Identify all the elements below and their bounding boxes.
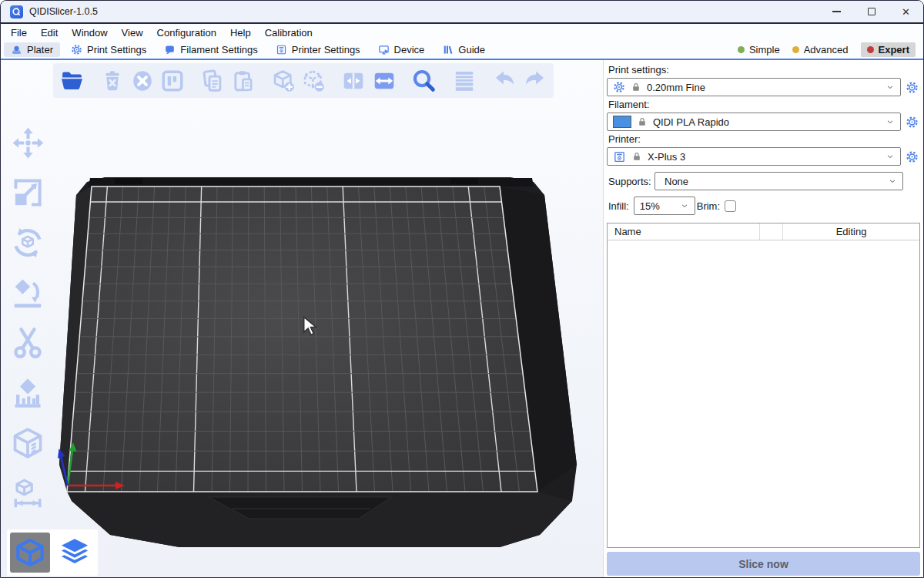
filament-color-swatch [613,116,631,128]
menu-window[interactable]: Window [65,24,114,41]
tab-filament-settings[interactable]: Filament Settings [157,42,264,57]
copy-button[interactable] [199,66,226,96]
tab-print-settings[interactable]: Print Settings [64,42,153,57]
edit-filament-button[interactable] [903,116,920,129]
remove-instance-icon [301,69,326,93]
undo-button[interactable] [491,66,518,96]
arrange-button[interactable] [159,66,186,96]
brim-checkbox[interactable] [725,200,736,212]
edit-print-settings-button[interactable] [903,81,920,94]
scale-icon [11,176,45,210]
maximize-button[interactable] [854,1,889,22]
3d-view-cube-icon [15,537,45,568]
redo-button[interactable] [521,66,548,96]
gear-icon [906,150,919,163]
measure-button[interactable] [8,474,47,512]
delete-button[interactable] [99,66,126,96]
printer-label: Printer: [608,133,920,145]
preview-layers-icon [59,536,91,569]
title-bar[interactable]: QIDISlicer-1.0.5 ✕ [1,1,923,22]
device-icon [378,44,390,55]
undo-icon [492,68,517,93]
edit-printer-button[interactable] [903,150,920,163]
menu-bar: File Edit Window View Configuration Help… [1,24,923,41]
print-settings-select[interactable]: 0.20mm Fine [607,78,901,96]
guide-icon [442,44,454,55]
seam-icon [11,426,45,460]
delete-all-button[interactable] [129,66,156,96]
menu-help[interactable]: Help [223,24,258,41]
rotate-button[interactable] [8,223,47,262]
mode-simple[interactable]: Simple [738,44,780,55]
gear-icon [613,81,625,93]
tab-bar: Plater Print Settings Filament Settings … [1,41,923,60]
chevron-down-icon [888,176,897,186]
menu-file[interactable]: File [4,24,34,41]
remove-instance-button[interactable] [300,66,327,96]
settings-sidebar: Print settings: 0.20mm Fine Filament: QI… [604,60,923,577]
chevron-down-icon [680,201,689,210]
slice-now-button[interactable]: Slice now [607,552,920,576]
app-window: QIDISlicer-1.0.5 ✕ File Edit Window View… [0,0,924,578]
preview-view-button[interactable] [55,533,95,573]
split-objects-icon [341,69,366,93]
filament-label: Filament: [608,99,920,110]
place-on-face-button[interactable] [8,274,47,312]
tab-printer-settings[interactable]: Printer Settings [269,42,367,57]
3d-viewport[interactable] [1,60,604,577]
variable-layer-height-button[interactable] [450,66,477,96]
add-instance-button[interactable] [270,66,296,96]
seam-painting-button[interactable] [8,424,47,462]
print-settings-label: Print settings: [608,64,920,76]
menu-view[interactable]: View [115,24,150,41]
tab-device[interactable]: Device [371,42,432,57]
gizmo-toolbar [5,123,51,512]
object-list-header: Name Editing [608,223,919,240]
split-to-parts-button[interactable] [370,66,397,96]
close-button[interactable]: ✕ [889,1,923,22]
infill-select[interactable]: 15% [634,197,695,215]
column-extruder [760,223,783,240]
minimize-button[interactable] [819,1,854,22]
mode-advanced[interactable]: Advanced [792,44,849,55]
arrange-icon [160,69,185,93]
copy-icon [200,69,225,93]
split-parts-icon [372,69,397,93]
filament-select[interactable]: QIDI PLA Rapido [607,113,901,131]
printer-select[interactable]: X-Plus 3 [607,147,901,166]
paint-supports-button[interactable] [8,374,47,412]
scale-button[interactable] [8,173,47,212]
open-folder-icon [59,68,85,93]
view-toggles [7,529,98,576]
search-button[interactable] [410,66,437,96]
cut-button[interactable] [8,324,47,362]
mode-selector: Simple Advanced Expert [738,42,920,57]
gear-icon [906,116,919,129]
delete-all-icon [130,69,155,93]
printer-icon [276,44,287,55]
tab-guide[interactable]: Guide [435,42,492,57]
paste-icon [231,69,256,93]
redo-icon [522,68,547,93]
object-list-body[interactable] [608,240,919,547]
mode-expert[interactable]: Expert [861,42,916,57]
move-icon [11,126,45,160]
split-to-objects-button[interactable] [340,66,367,96]
menu-calibration[interactable]: Calibration [258,24,320,41]
cut-icon [11,326,45,360]
maximize-icon [868,8,875,15]
menu-edit[interactable]: Edit [34,24,65,41]
move-button[interactable] [8,123,47,162]
column-name: Name [608,223,760,240]
menu-configuration[interactable]: Configuration [150,24,223,41]
open-button[interactable] [59,66,85,96]
measure-icon [12,477,44,509]
tab-plater[interactable]: Plater [4,42,60,57]
chevron-down-icon [886,117,895,126]
mouse-cursor [303,316,321,338]
infill-label: Infill: [608,200,629,212]
3d-editor-view-button[interactable] [10,533,50,573]
paste-button[interactable] [229,66,256,96]
window-title: QIDISlicer-1.0.5 [29,6,98,17]
supports-select[interactable]: None [654,172,903,190]
